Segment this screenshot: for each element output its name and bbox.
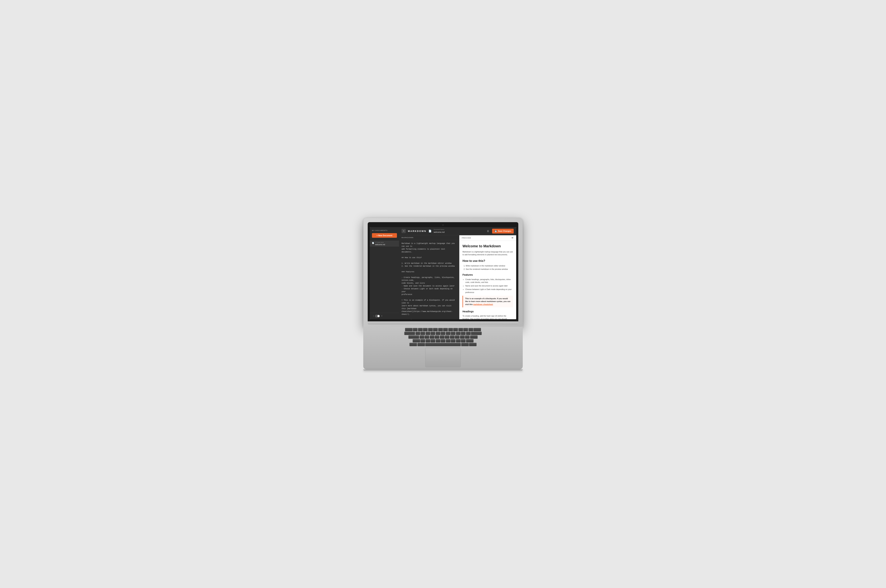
save-icon: 💾 [494,230,497,232]
sidebar-footer: ☽ ☀ [370,313,399,319]
key [413,328,417,331]
app-title: MARKDOWN [408,230,426,232]
key [426,339,430,342]
key [435,335,439,339]
sun-icon: ☀ [381,315,383,317]
new-document-button[interactable]: + New Document [372,233,397,238]
save-label: Save Changes [498,230,511,232]
key [455,335,460,339]
key [466,339,473,342]
laptop: MY DOCUMENTS + New Document 📄 17 June 20… [363,218,523,370]
key [461,332,466,335]
key [428,328,433,331]
key [423,328,428,331]
key-row-4 [366,339,520,342]
key [436,339,440,342]
preview-panel: PREVIEW 👁 Welcome to Markdown Markdown i… [459,235,516,319]
key [404,332,415,335]
key [430,335,434,339]
document-name: welcome.md [375,244,397,246]
preview-content: Welcome to Markdown Markdown is a lightw… [459,241,516,319]
key [453,328,458,331]
key [471,332,482,335]
editor-preview-area: MARKDOWN Markdown is a lightweight marku… [399,235,516,319]
key [451,332,455,335]
editor-panel: MARKDOWN Markdown is a lightweight marku… [399,235,459,319]
save-changes-button[interactable]: 💾 Save Changes [492,229,514,234]
key [441,339,445,342]
key [431,332,435,335]
toggle-switch[interactable] [375,315,380,318]
key [446,332,451,335]
key [448,328,453,331]
key [443,328,448,331]
delete-button[interactable]: 🗑 [486,229,490,233]
key [465,335,470,339]
key [456,332,461,335]
blockquote-content: This is an example of a blockquote. If y… [465,297,511,306]
key [418,328,423,331]
key [469,328,473,331]
preview-h3-headings: Headings [463,309,513,314]
blockquote-text: This is an example of a blockquote. If y… [465,297,511,306]
key [461,339,466,342]
theme-toggle[interactable]: ☽ ☀ [372,315,383,318]
keyboard [363,327,523,369]
key-row-5 [366,343,520,346]
list-item: Create headings, paragraphs, links, bloc… [466,278,513,284]
key [408,335,419,339]
key [426,332,430,335]
list-item: See the rendered markdown in the preview… [466,268,513,271]
key [416,332,420,335]
key [463,328,468,331]
key [456,339,461,342]
screen-bezel: MY DOCUMENTS + New Document 📄 17 June 20… [368,222,518,321]
toggle-thumb [377,315,380,317]
key [466,332,471,335]
preview-features-list: Create headings, paragraphs, links, bloc… [466,278,513,294]
doc-file-icon: 📄 [428,230,431,232]
document-info: 17 June 2024 welcome.md [375,242,397,246]
close-button[interactable]: ✕ [401,229,406,233]
key [460,335,465,339]
key [425,335,429,339]
trackpad[interactable] [425,348,461,367]
preview-label: PREVIEW [462,237,471,239]
list-item[interactable]: 📄 17 June 2024 welcome.md [370,241,399,247]
document-icon: 📄 [372,242,374,244]
key [473,328,481,331]
document-date: 17 June 2024 [375,242,397,243]
markdown-cheatsheet-link[interactable]: markdown cheatsheet [473,303,493,305]
key [438,328,443,331]
key [440,335,445,339]
preview-blockquote: This is an example of a blockquote. If y… [463,296,513,308]
webcam [442,224,444,226]
list-item: Choose between Light or Dark mode depend… [466,288,513,294]
markdown-editor[interactable]: Markdown is a lightweight markup languag… [399,240,459,319]
key [441,332,445,335]
sidebar: MY DOCUMENTS + New Document 📄 17 June 20… [370,227,399,319]
key [410,343,417,346]
list-item: Name and save the document to access aga… [466,284,513,287]
key [420,335,424,339]
doc-name-label: Document Name [434,229,484,230]
spacebar [425,343,461,346]
moon-icon: ☽ [372,315,374,317]
key [458,328,463,331]
preview-h3-features: Features [463,273,513,277]
sidebar-header: MY DOCUMENTS [370,227,399,233]
key [431,339,435,342]
editor-panel-header: MARKDOWN [399,235,459,240]
preview-h1: Welcome to Markdown [463,243,513,249]
laptop-base-bottom [363,369,523,370]
main-area: ✕ MARKDOWN 📄 Document Name welcome.md 🗑 … [399,227,516,319]
keyboard-rows [366,328,520,346]
key [451,339,455,342]
key [420,332,425,335]
key [420,339,425,342]
preview-howto-list: Write markdown in the markdown editor wi… [466,264,513,271]
key [433,328,438,331]
key [417,343,425,346]
screen-top-bar [370,224,516,226]
key-row-2 [366,332,520,335]
